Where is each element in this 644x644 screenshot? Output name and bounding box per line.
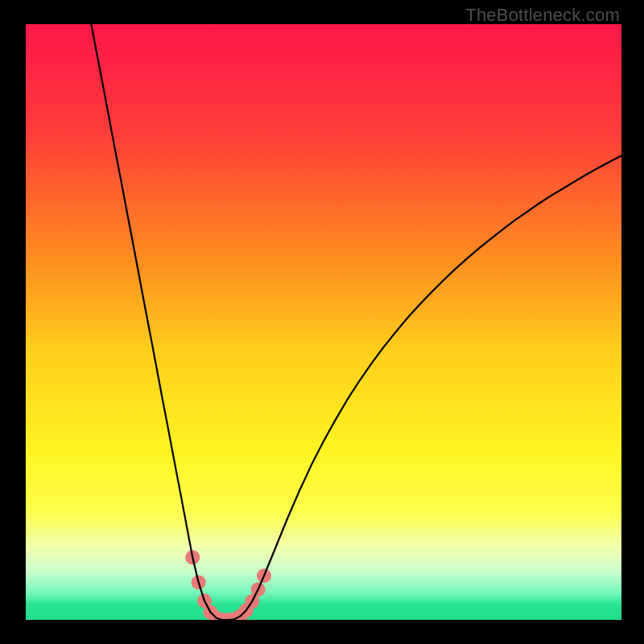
outer-frame: TheBottleneck.com [0, 0, 644, 644]
plot-area [26, 24, 621, 620]
chart-svg [26, 24, 621, 620]
gradient-bg [26, 24, 621, 620]
watermark-text: TheBottleneck.com [465, 5, 620, 26]
